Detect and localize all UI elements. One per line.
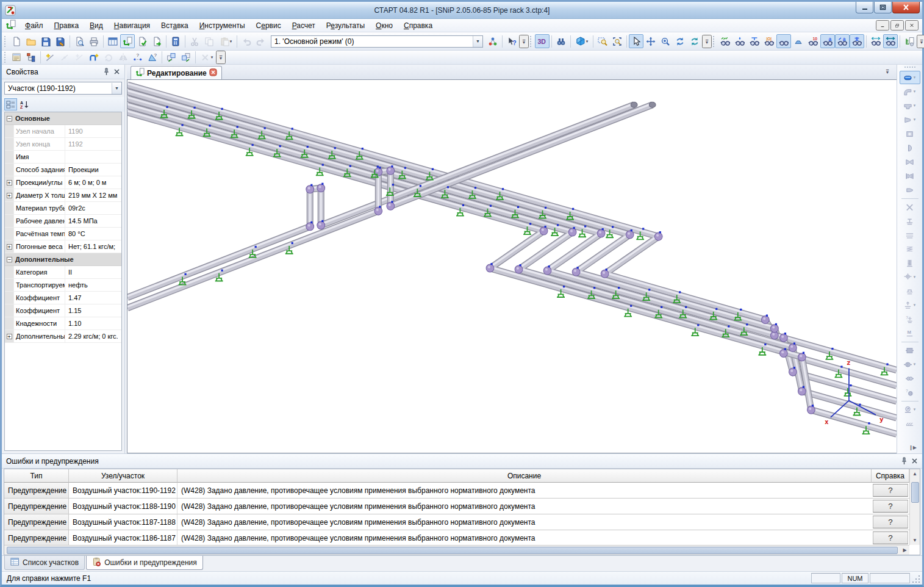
insert-elbow-button[interactable]: ▼ — [900, 85, 920, 98]
rotate-tool-button[interactable] — [673, 34, 687, 48]
find-button[interactable] — [554, 34, 568, 48]
toolbar-grip[interactable] — [904, 67, 915, 69]
property-value[interactable]: 2.29 кгс/м; 0 кгс. — [65, 330, 121, 342]
pin-icon[interactable] — [101, 67, 112, 77]
property-value[interactable] — [65, 151, 121, 163]
hscroll-thumb[interactable] — [7, 547, 898, 554]
error-row[interactable]: ПредупреждениеВоздушный участок:1188-119… — [4, 499, 909, 514]
categorized-view-button[interactable] — [4, 98, 17, 110]
property-row[interactable]: +Диаметр X толщина219 мм X 12 мм — [5, 189, 121, 202]
toolbar-overflow-icon[interactable]: ━▼ — [702, 35, 712, 48]
rotate-fragment-button[interactable] — [101, 51, 116, 65]
toolbar-overflow-icon[interactable]: ━▼ — [917, 35, 924, 48]
insert-node-button[interactable] — [43, 51, 57, 65]
error-help-button[interactable]: ? — [873, 516, 908, 528]
tab-close-icon[interactable] — [209, 68, 217, 78]
calculator-button[interactable] — [168, 34, 183, 48]
insert-gauge-button[interactable]: ▼ — [900, 403, 920, 416]
mdi-close-button[interactable] — [905, 20, 919, 31]
paste-button[interactable]: ▾ — [217, 34, 235, 48]
show-wedges-button[interactable] — [791, 34, 806, 48]
table-mode-button[interactable] — [106, 34, 120, 48]
error-row[interactable]: ПредупреждениеВоздушный участок:1186-118… — [4, 530, 909, 545]
object-selector[interactable]: Участок (1190-1192) ▼ — [4, 82, 122, 95]
column-header[interactable]: Описание — [177, 469, 872, 483]
property-row[interactable]: Коэффициент1.47 — [5, 292, 121, 304]
insert-mounted-support-button[interactable]: M — [900, 326, 920, 340]
mirror-fragment-button[interactable] — [116, 51, 131, 65]
property-row[interactable]: +Погонные весаНет; 61.1 кгс/м; — [5, 240, 121, 253]
show-valves-button[interactable]: |O| — [762, 34, 776, 48]
mdi-restore-button[interactable] — [890, 20, 904, 31]
property-row[interactable]: Узел начала1190 — [5, 125, 121, 138]
menu-навигация[interactable]: Навигация — [109, 20, 156, 32]
show-node-labels-button[interactable]: a — [820, 34, 835, 48]
menu-вид[interactable]: Вид — [84, 20, 109, 32]
print-button[interactable] — [87, 34, 101, 48]
toolbar-overflow-icon[interactable]: ━▼ — [519, 35, 529, 48]
error-help-button[interactable]: ? — [873, 500, 908, 513]
measure-angle-button[interactable]: ? — [145, 51, 160, 65]
undo-button[interactable] — [239, 34, 254, 48]
property-row[interactable]: Узел конца1192 — [5, 138, 121, 151]
show-dimensions-button[interactable]: 10 — [806, 34, 820, 48]
menu-результаты[interactable]: Результаты — [321, 20, 370, 32]
show-pipes-button[interactable] — [776, 34, 791, 48]
property-row[interactable]: +Проекции/углы6 м; 0 м; 0 м — [5, 176, 121, 189]
property-value[interactable]: II — [65, 266, 121, 278]
insert-spring-support-button[interactable] — [900, 256, 920, 270]
property-value[interactable]: 1.15 — [65, 304, 121, 317]
error-help-button[interactable]: ? — [873, 484, 908, 497]
error-row[interactable]: ПредупреждениеВоздушный участок:1187-118… — [4, 514, 909, 530]
select-tool-button[interactable] — [629, 34, 643, 48]
run-model-button[interactable] — [149, 34, 164, 48]
column-header[interactable]: Справка — [872, 469, 909, 483]
operating-modes-button[interactable] — [485, 34, 500, 48]
redo-button[interactable] — [254, 34, 268, 48]
show-loads-button[interactable] — [732, 34, 747, 48]
orbit-tool-button[interactable] — [687, 34, 702, 48]
3d-view-button[interactable]: 3D — [535, 34, 550, 48]
insert-axial-compensator-button[interactable]: ▼ — [900, 358, 920, 371]
toolbar-expand-icon[interactable]: ❙▶ — [905, 444, 920, 451]
close-panel-icon[interactable] — [112, 67, 122, 77]
copy-fragment-button[interactable] — [164, 51, 179, 65]
mdi-minimize-button[interactable] — [876, 20, 889, 31]
3d-viewport[interactable]: zxy — [127, 79, 897, 453]
merge-sections-button[interactable] — [72, 51, 87, 65]
show-projections-button[interactable] — [883, 34, 898, 48]
property-group[interactable]: −Дополнительные — [5, 253, 121, 266]
property-value[interactable]: 80 °С — [65, 228, 121, 240]
property-row[interactable]: КатегорияII — [5, 266, 121, 279]
copy-button[interactable] — [202, 34, 217, 48]
scroll-down-icon[interactable]: ▼ — [911, 536, 920, 545]
zoom-window-button[interactable] — [595, 34, 610, 48]
property-value[interactable]: 09г2с — [65, 202, 121, 214]
mode-select[interactable]: 1. 'Основной режим' (0)▼ — [271, 35, 483, 48]
insert-valve-button[interactable] — [900, 127, 920, 140]
show-section-labels-button[interactable]: a — [835, 34, 850, 48]
resize-grip-icon[interactable] — [912, 574, 921, 583]
insert-rigid-support-button[interactable] — [900, 284, 920, 298]
errors-pin-icon[interactable] — [899, 456, 909, 466]
model-tree-button[interactable] — [902, 34, 917, 48]
tab-editing[interactable]: Редактирование — [131, 66, 222, 79]
insert-reducer-button[interactable]: ▼ — [900, 113, 920, 126]
expand-icon[interactable]: + — [7, 244, 12, 250]
menu-окно[interactable]: Окно — [370, 20, 398, 32]
property-row[interactable]: Транспортируемый продуктнефть — [5, 279, 121, 292]
errors-vertical-scrollbar[interactable]: ▲ ▼ — [909, 469, 920, 545]
toolbar-grip[interactable] — [530, 36, 532, 47]
tab-overflow-icon[interactable]: ━▼ — [883, 67, 892, 76]
show-soil-button[interactable] — [718, 34, 732, 48]
property-value[interactable]: Нет; 61.1 кгс/м; — [65, 240, 121, 253]
pan-tool-button[interactable] — [643, 34, 658, 48]
menu-правка[interactable]: Правка — [49, 20, 85, 32]
save-as-button[interactable] — [53, 34, 68, 48]
menu-инструменты[interactable]: Инструменты — [194, 20, 251, 32]
property-value[interactable]: 6 м; 0 м; 0 м — [65, 176, 121, 189]
property-value[interactable]: 219 мм X 12 мм — [65, 189, 121, 201]
toolbar-grip[interactable] — [4, 52, 7, 63]
property-value[interactable]: нефть — [65, 279, 121, 291]
bottom-tab-errors[interactable]: Ошибки и предупреждения — [86, 556, 203, 570]
